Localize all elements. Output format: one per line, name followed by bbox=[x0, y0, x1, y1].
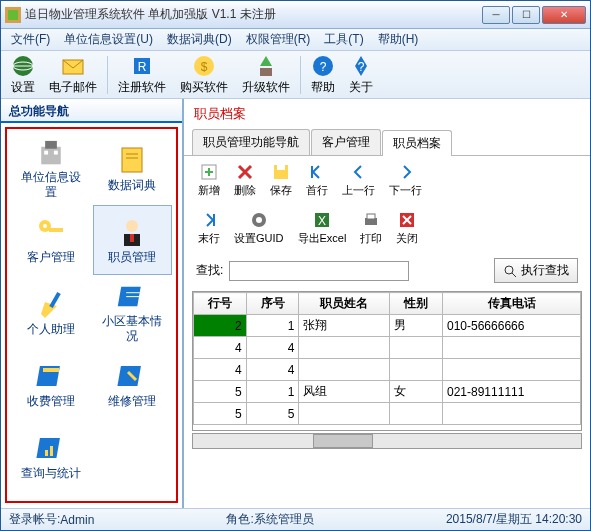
cell-rownum[interactable]: 4 bbox=[194, 337, 247, 359]
delete-button[interactable]: 删除 bbox=[228, 160, 262, 200]
col-name[interactable]: 职员姓名 bbox=[299, 293, 390, 315]
cell-seq[interactable]: 4 bbox=[246, 337, 299, 359]
window-buttons: ─ ☐ ✕ bbox=[482, 6, 586, 24]
add-button[interactable]: 新增 bbox=[192, 160, 226, 200]
cell-fax[interactable] bbox=[443, 337, 581, 359]
sidebar-item-assistant[interactable]: 个人助理 bbox=[11, 277, 91, 347]
search-button[interactable]: 执行查找 bbox=[494, 258, 578, 283]
toolbar-help[interactable]: ?帮助 bbox=[305, 52, 341, 98]
cell-gender[interactable] bbox=[390, 337, 443, 359]
next-button[interactable]: 下一行 bbox=[383, 160, 428, 200]
cell-name[interactable] bbox=[299, 337, 390, 359]
table-row[interactable]: 21张翔男010-56666666 bbox=[194, 315, 581, 337]
minimize-button[interactable]: ─ bbox=[482, 6, 510, 24]
main-title: 职员档案 bbox=[184, 99, 590, 129]
app-icon bbox=[5, 7, 21, 23]
horizontal-scrollbar[interactable] bbox=[192, 433, 582, 449]
toolbar-register[interactable]: R注册软件 bbox=[112, 52, 172, 98]
titlebar: 追日物业管理系统软件 单机加强版 V1.1 未注册 ─ ☐ ✕ bbox=[1, 1, 590, 29]
cell-rownum[interactable]: 5 bbox=[194, 403, 247, 425]
prev-button[interactable]: 上一行 bbox=[336, 160, 381, 200]
sidebar-item-repair[interactable]: 维修管理 bbox=[93, 349, 173, 419]
sidebar-item-fee[interactable]: 收费管理 bbox=[11, 349, 91, 419]
sidebar-item-query[interactable]: 查询与统计 bbox=[11, 421, 91, 491]
cell-seq[interactable]: 4 bbox=[246, 359, 299, 381]
status-datetime: 2015/8/7/星期五 14:20:30 bbox=[446, 511, 582, 528]
cell-gender[interactable]: 男 bbox=[390, 315, 443, 337]
sidebar-item-community[interactable]: 小区基本情况 bbox=[93, 277, 173, 347]
cell-name[interactable] bbox=[299, 359, 390, 381]
table-row[interactable]: 55 bbox=[194, 403, 581, 425]
last-button[interactable]: 末行 bbox=[192, 208, 226, 248]
toolbar-email[interactable]: 电子邮件 bbox=[43, 52, 103, 98]
menu-unit[interactable]: 单位信息设置(U) bbox=[58, 29, 159, 50]
tab-staff-nav[interactable]: 职员管理功能导航 bbox=[192, 129, 310, 155]
cell-fax[interactable] bbox=[443, 359, 581, 381]
guid-button[interactable]: 设置GUID bbox=[228, 208, 290, 248]
menu-file[interactable]: 文件(F) bbox=[5, 29, 56, 50]
table-row[interactable]: 44 bbox=[194, 337, 581, 359]
col-fax[interactable]: 传真电话 bbox=[443, 293, 581, 315]
cell-gender[interactable] bbox=[390, 403, 443, 425]
menu-perm[interactable]: 权限管理(R) bbox=[240, 29, 317, 50]
cell-name[interactable]: 风组 bbox=[299, 381, 390, 403]
add-icon bbox=[199, 162, 219, 182]
wrench-book-icon bbox=[116, 360, 148, 392]
last-icon bbox=[199, 210, 219, 230]
sidebar-item-staff[interactable]: 职员管理 bbox=[93, 205, 173, 275]
svg-rect-43 bbox=[277, 165, 285, 170]
search-input[interactable] bbox=[229, 261, 409, 281]
status-account: Admin bbox=[60, 513, 94, 527]
next-icon bbox=[396, 162, 416, 182]
cell-fax[interactable]: 010-56666666 bbox=[443, 315, 581, 337]
cell-rownum[interactable]: 4 bbox=[194, 359, 247, 381]
svg-rect-10 bbox=[260, 68, 272, 76]
cell-rownum[interactable]: 5 bbox=[194, 381, 247, 403]
svg-rect-15 bbox=[45, 141, 57, 149]
svg-line-56 bbox=[512, 273, 516, 277]
svg-text:?: ? bbox=[320, 60, 327, 74]
sidebar-item-dict[interactable]: 数据词典 bbox=[93, 133, 173, 203]
sidebar-tab[interactable]: 总功能导航 bbox=[1, 99, 182, 123]
col-seq[interactable]: 序号 bbox=[246, 293, 299, 315]
sidebar-item-customer[interactable]: 客户管理 bbox=[11, 205, 91, 275]
cell-name[interactable]: 张翔 bbox=[299, 315, 390, 337]
cell-name[interactable] bbox=[299, 403, 390, 425]
toolbar-about[interactable]: ?关于 bbox=[343, 52, 379, 98]
save-button[interactable]: 保存 bbox=[264, 160, 298, 200]
data-grid[interactable]: 行号 序号 职员姓名 性别 传真电话 21张翔男010-566666664444… bbox=[192, 291, 582, 431]
print-button[interactable]: 打印 bbox=[354, 208, 388, 248]
toolbar-settings[interactable]: 设置 bbox=[5, 52, 41, 98]
upgrade-icon bbox=[254, 54, 278, 78]
menu-help[interactable]: 帮助(H) bbox=[372, 29, 425, 50]
close-button[interactable]: ✕ bbox=[542, 6, 586, 24]
cell-seq[interactable]: 1 bbox=[246, 381, 299, 403]
scrollbar-thumb[interactable] bbox=[313, 434, 373, 448]
cell-seq[interactable]: 1 bbox=[246, 315, 299, 337]
tab-staff-archive[interactable]: 职员档案 bbox=[382, 130, 452, 156]
first-button[interactable]: 首行 bbox=[300, 160, 334, 200]
cell-gender[interactable] bbox=[390, 359, 443, 381]
cell-fax[interactable]: 021-89111111 bbox=[443, 381, 581, 403]
toolbar-upgrade[interactable]: 升级软件 bbox=[236, 52, 296, 98]
menu-dict[interactable]: 数据词典(D) bbox=[161, 29, 238, 50]
table-row[interactable]: 44 bbox=[194, 359, 581, 381]
col-rownum[interactable]: 行号 bbox=[194, 293, 247, 315]
col-gender[interactable]: 性别 bbox=[390, 293, 443, 315]
menu-tool[interactable]: 工具(T) bbox=[318, 29, 369, 50]
toolbar-separator bbox=[107, 56, 108, 94]
cell-rownum[interactable]: 2 bbox=[194, 315, 247, 337]
excel-button[interactable]: X导出Excel bbox=[292, 208, 353, 248]
cell-seq[interactable]: 5 bbox=[246, 403, 299, 425]
status-account-label: 登录帐号: bbox=[9, 511, 60, 528]
close-panel-button[interactable]: 关闭 bbox=[390, 208, 424, 248]
sidebar-item-unit[interactable]: 单位信息设置 bbox=[11, 133, 91, 203]
toolbar-buy[interactable]: $购买软件 bbox=[174, 52, 234, 98]
maximize-button[interactable]: ☐ bbox=[512, 6, 540, 24]
svg-text:$: $ bbox=[201, 60, 208, 74]
cell-fax[interactable] bbox=[443, 403, 581, 425]
cell-gender[interactable]: 女 bbox=[390, 381, 443, 403]
print-icon bbox=[361, 210, 381, 230]
tab-customer[interactable]: 客户管理 bbox=[311, 129, 381, 155]
table-row[interactable]: 51风组女021-89111111 bbox=[194, 381, 581, 403]
